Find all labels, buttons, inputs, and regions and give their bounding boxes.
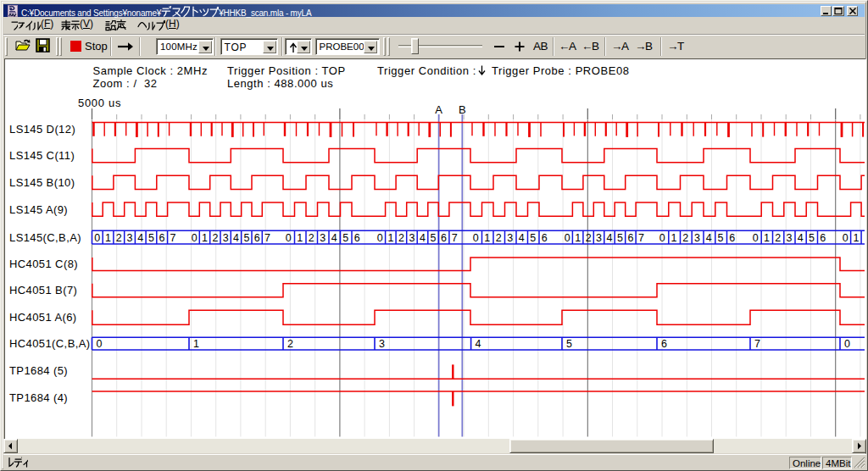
svg-text:HC4051 A(6): HC4051 A(6) — [9, 311, 77, 324]
svg-text:0: 0 — [97, 338, 103, 350]
svg-text:2: 2 — [682, 232, 688, 244]
svg-text:Length : 488.000 us: Length : 488.000 us — [227, 77, 333, 90]
svg-text:0: 0 — [843, 232, 849, 244]
svg-text:1: 1 — [105, 232, 111, 244]
svg-text:2: 2 — [775, 232, 781, 244]
svg-text:Trigger Position : TOP: Trigger Position : TOP — [227, 64, 346, 77]
svg-text:Trigger Condition :: Trigger Condition : — [377, 64, 476, 77]
svg-text:7: 7 — [754, 338, 760, 350]
svg-text:6: 6 — [254, 232, 260, 244]
svg-text:3: 3 — [507, 232, 513, 244]
svg-text:0: 0 — [192, 232, 198, 244]
svg-text:0: 0 — [844, 338, 850, 350]
svg-text:6: 6 — [159, 232, 165, 244]
svg-text:TP1684 (4): TP1684 (4) — [9, 391, 68, 404]
svg-text:6: 6 — [354, 232, 360, 244]
svg-text:2: 2 — [398, 232, 404, 244]
svg-text:LS145(C,B,A): LS145(C,B,A) — [9, 231, 81, 244]
svg-text:4: 4 — [233, 232, 239, 244]
svg-text:HC4051 C(8): HC4051 C(8) — [9, 258, 78, 270]
svg-text:4: 4 — [798, 232, 804, 244]
svg-text:1: 1 — [764, 232, 770, 244]
svg-text:LS145 D(12): LS145 D(12) — [9, 123, 75, 136]
svg-text:3: 3 — [694, 232, 700, 244]
svg-text:Zoom : / 32: Zoom : / 32 — [93, 77, 158, 90]
svg-text:2: 2 — [309, 232, 314, 244]
svg-text:0: 0 — [565, 232, 570, 244]
svg-text:TP1684 (5): TP1684 (5) — [9, 364, 68, 377]
svg-text:7: 7 — [452, 232, 458, 244]
svg-text:0: 0 — [473, 232, 479, 244]
svg-text:0: 0 — [377, 232, 383, 244]
svg-text:5: 5 — [530, 232, 536, 244]
svg-text:4: 4 — [420, 232, 426, 244]
svg-text:HC4051(C,B,A): HC4051(C,B,A) — [9, 337, 91, 350]
svg-text:5: 5 — [342, 232, 348, 244]
svg-text:3: 3 — [127, 232, 133, 244]
svg-text:LS145 A(9): LS145 A(9) — [9, 203, 68, 216]
svg-text:7: 7 — [170, 232, 175, 244]
svg-text:0: 0 — [753, 232, 759, 244]
svg-text:6: 6 — [729, 232, 735, 244]
svg-text:1: 1 — [575, 232, 581, 244]
svg-text:1: 1 — [853, 232, 859, 244]
svg-text:1: 1 — [297, 232, 303, 244]
svg-text:4: 4 — [706, 232, 712, 244]
svg-text:2: 2 — [586, 232, 592, 244]
svg-text:4: 4 — [137, 232, 143, 244]
svg-text:5: 5 — [718, 232, 724, 244]
svg-text:1: 1 — [202, 232, 208, 244]
svg-text:1: 1 — [193, 338, 199, 350]
svg-text:B: B — [459, 103, 466, 116]
svg-text:3: 3 — [379, 338, 385, 350]
svg-text:0: 0 — [659, 232, 665, 244]
svg-text:4: 4 — [607, 232, 613, 244]
svg-text:0: 0 — [286, 232, 292, 244]
svg-text:LS145 C(11): LS145 C(11) — [9, 149, 75, 162]
svg-text:5: 5 — [431, 232, 437, 244]
svg-text:2: 2 — [496, 232, 502, 244]
svg-text:5: 5 — [148, 232, 154, 244]
svg-text:5: 5 — [566, 338, 572, 350]
svg-text:5: 5 — [809, 232, 815, 244]
svg-text:2: 2 — [213, 232, 219, 244]
svg-text:7: 7 — [264, 232, 270, 244]
svg-text:2: 2 — [116, 232, 122, 244]
svg-text:0: 0 — [94, 232, 100, 244]
svg-text:6: 6 — [542, 232, 548, 244]
svg-text:1: 1 — [671, 232, 677, 244]
svg-text:Sample Clock : 2MHz: Sample Clock : 2MHz — [93, 64, 208, 77]
svg-text:6: 6 — [661, 338, 667, 350]
svg-text:4: 4 — [331, 232, 337, 244]
svg-text:3: 3 — [223, 232, 229, 244]
svg-text:3: 3 — [596, 232, 602, 244]
svg-text:7: 7 — [638, 232, 644, 244]
svg-text:5000 us: 5000 us — [78, 97, 121, 109]
svg-text:1: 1 — [484, 232, 490, 244]
svg-text:1: 1 — [387, 232, 393, 244]
svg-text:3: 3 — [787, 232, 793, 244]
svg-text:2: 2 — [287, 338, 293, 350]
svg-text:5: 5 — [244, 232, 250, 244]
svg-text:Trigger Probe : PROBE08: Trigger Probe : PROBE08 — [492, 64, 629, 77]
svg-text:6: 6 — [820, 232, 826, 244]
svg-text:5: 5 — [617, 232, 623, 244]
svg-text:A: A — [435, 103, 442, 116]
svg-text:4: 4 — [476, 338, 481, 350]
svg-text:LS145 B(10): LS145 B(10) — [9, 176, 75, 189]
svg-text:HC4051 B(7): HC4051 B(7) — [9, 284, 77, 296]
svg-text:3: 3 — [320, 232, 326, 244]
svg-text:6: 6 — [628, 232, 634, 244]
svg-text:4: 4 — [519, 232, 525, 244]
svg-text:6: 6 — [441, 232, 447, 244]
svg-text:3: 3 — [409, 232, 415, 244]
